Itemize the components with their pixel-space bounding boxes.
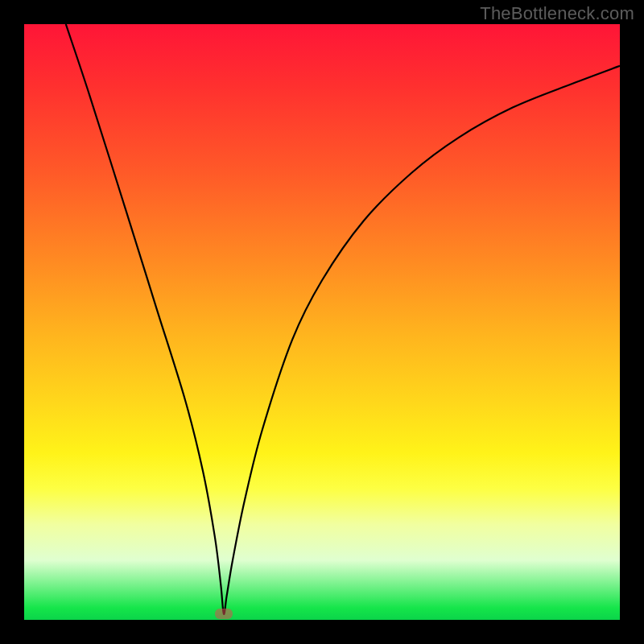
curve-path	[66, 24, 620, 614]
chart-plot-area	[24, 24, 620, 620]
bottleneck-curve	[24, 24, 620, 620]
watermark-text: TheBottleneck.com	[480, 3, 634, 24]
minimum-marker	[215, 609, 233, 619]
